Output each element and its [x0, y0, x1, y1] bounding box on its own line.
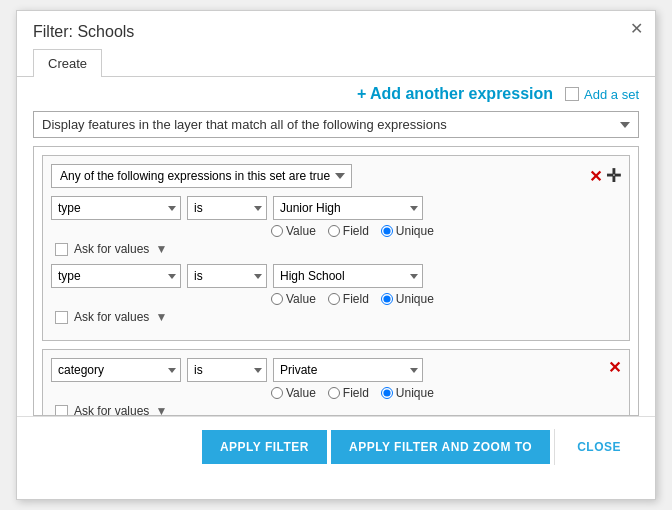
expr2-ask-filter-icon: ▼	[155, 310, 167, 324]
expr2-radio-row: Value Field Unique	[271, 292, 621, 306]
expr3-ask-label: Ask for values	[74, 404, 149, 416]
expr1-ask-label: Ask for values	[74, 242, 149, 256]
expr1-ask-checkbox[interactable]	[55, 243, 68, 256]
expr2-radio-unique[interactable]: Unique	[381, 292, 434, 306]
expr1-field-select[interactable]: type category	[51, 196, 181, 220]
expr3-remove-icon-container: ✕	[608, 358, 621, 377]
expr1-ask-row: Ask for values ▼	[55, 242, 621, 256]
footer-separator	[554, 429, 555, 465]
expr1-ask-filter-icon: ▼	[155, 242, 167, 256]
expr2-value-select[interactable]: High School Junior High Elementary	[273, 264, 423, 288]
close-icon[interactable]: ✕	[630, 21, 643, 37]
expr2-ask-row: Ask for values ▼	[55, 310, 621, 324]
dialog-footer: APPLY FILTER APPLY FILTER AND ZOOM TO CL…	[17, 416, 655, 477]
expression-row-1: type category is is not Junior High High…	[51, 196, 621, 220]
expr3-radio-row: Value Field Unique	[271, 386, 621, 400]
tab-bar: Create	[17, 49, 655, 77]
expr2-op-select[interactable]: is is not	[187, 264, 267, 288]
dialog-title: Filter: Schools	[17, 11, 655, 49]
set-group-header: Any of the following expressions in this…	[51, 164, 621, 188]
expr1-op-select[interactable]: is is not	[187, 196, 267, 220]
standalone-expression-group: category type is is not Private Public C…	[42, 349, 630, 416]
expr2-radio-field[interactable]: Field	[328, 292, 369, 306]
close-button[interactable]: CLOSE	[559, 430, 639, 464]
expr2-radio-value[interactable]: Value	[271, 292, 316, 306]
expr3-ask-checkbox[interactable]	[55, 405, 68, 417]
set-icons: ✕ ✛	[589, 165, 621, 187]
remove-set-icon[interactable]: ✕	[589, 167, 602, 186]
add-expression-button[interactable]: + Add another expression	[357, 85, 553, 103]
tab-create[interactable]: Create	[33, 49, 102, 77]
expression-row-3: category type is is not Private Public C…	[51, 358, 621, 382]
expr3-ask-row: Ask for values ▼	[55, 404, 621, 416]
expr1-radio-field[interactable]: Field	[328, 224, 369, 238]
expr3-value-select[interactable]: Private Public Charter	[273, 358, 423, 382]
filter-dialog: ✕ Filter: Schools Create + Add another e…	[16, 10, 656, 500]
expr1-radio-row: Value Field Unique	[271, 224, 621, 238]
apply-filter-button[interactable]: APPLY FILTER	[202, 430, 327, 464]
expr1-radio-unique[interactable]: Unique	[381, 224, 434, 238]
expression-row-2: type category is is not High School Juni…	[51, 264, 621, 288]
main-dropdown-row: Display features in the layer that match…	[17, 107, 655, 146]
expression-scroll-area[interactable]: Any of the following expressions in this…	[33, 146, 639, 416]
main-expression-select[interactable]: Display features in the layer that match…	[33, 111, 639, 138]
expr2-field-select[interactable]: type category	[51, 264, 181, 288]
expr2-ask-label: Ask for values	[74, 310, 149, 324]
expr3-field-select[interactable]: category type	[51, 358, 181, 382]
expr3-ask-filter-icon: ▼	[155, 404, 167, 416]
remove-expr3-icon[interactable]: ✕	[608, 359, 621, 376]
add-set-button[interactable]: Add a set	[565, 87, 639, 102]
set-condition-select[interactable]: Any of the following expressions in this…	[51, 164, 352, 188]
move-set-icon[interactable]: ✛	[606, 165, 621, 187]
expr1-value-select[interactable]: Junior High High School Elementary	[273, 196, 423, 220]
toolbar-row: + Add another expression Add a set	[17, 77, 655, 107]
expr2-ask-checkbox[interactable]	[55, 311, 68, 324]
expr3-radio-field[interactable]: Field	[328, 386, 369, 400]
add-set-checkbox-icon	[565, 87, 579, 101]
expr1-radio-value[interactable]: Value	[271, 224, 316, 238]
apply-filter-zoom-button[interactable]: APPLY FILTER AND ZOOM TO	[331, 430, 550, 464]
expr3-radio-value[interactable]: Value	[271, 386, 316, 400]
expr3-op-select[interactable]: is is not	[187, 358, 267, 382]
expr3-radio-unique[interactable]: Unique	[381, 386, 434, 400]
set-group: Any of the following expressions in this…	[42, 155, 630, 341]
